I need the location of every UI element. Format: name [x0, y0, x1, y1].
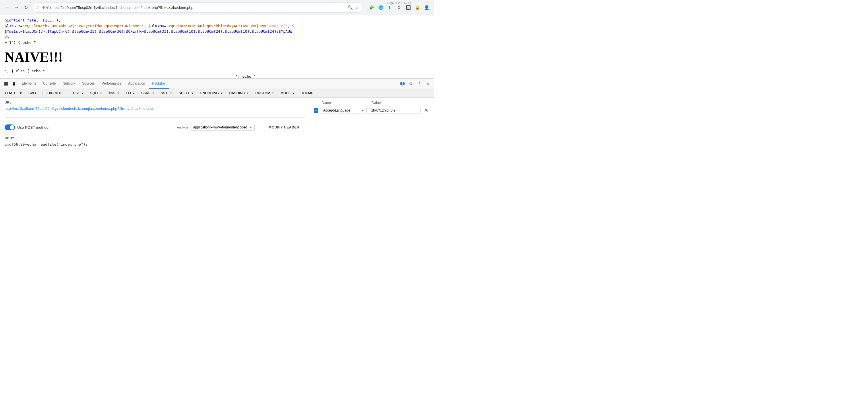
- notification-badge: 1: [400, 82, 405, 86]
- tab-network[interactable]: Network: [59, 78, 79, 89]
- code-line-2: $lJbGIY="eQOLlCmTYhVJUnRAobPSvjrFzWZycHX…: [5, 23, 429, 29]
- code-line-5: = 14) { echo ": [5, 40, 429, 45]
- devtools-settings-button[interactable]: ⚙: [407, 80, 414, 88]
- enctype-select[interactable]: application/x-www-form-urlencoded multip…: [191, 124, 255, 131]
- hackbar-custom-button[interactable]: CUSTOM ▼: [253, 90, 277, 96]
- hackbar-execute-button[interactable]: EXECUTE: [43, 90, 66, 96]
- header-name-select[interactable]: Accept-Language: [321, 107, 367, 114]
- hackbar-mode-button[interactable]: MODE ▼: [278, 90, 298, 96]
- tab-elements[interactable]: Elements: [19, 78, 40, 89]
- toolbar-icon-1[interactable]: 🌐: [377, 3, 384, 11]
- enctype-select-wrapper: application/x-www-form-urlencoded multip…: [191, 124, 255, 131]
- toolbar-icons: 🧩 🌐 ⬇ ⚙ 🔲 🔒 👤: [367, 3, 431, 11]
- tab-performance[interactable]: Performance: [98, 78, 125, 89]
- profile-button[interactable]: 👤: [423, 3, 431, 11]
- hackbar-test-button[interactable]: TEST ▼: [68, 90, 87, 96]
- toolbar-icon-4[interactable]: 🔲: [404, 3, 412, 11]
- naive-heading: NAIVE!!!: [5, 49, 429, 65]
- header-data-row: Accept-Language ▼ ✕: [314, 107, 429, 114]
- web-content: highlight_file(__FILE__); $lJbGIY="eQOLl…: [0, 15, 434, 78]
- header-checkbox[interactable]: [314, 108, 318, 113]
- header-value-input[interactable]: [369, 107, 421, 114]
- post-method-toggle[interactable]: [5, 125, 15, 130]
- code-text-3: $YwzIst=$lapUCm{3}.$lapUCm{6}.$lapUCm{33…: [5, 29, 292, 34]
- not-secure-text: 不安全: [42, 5, 52, 10]
- devtools-more-button[interactable]: ⋮: [415, 80, 423, 88]
- tab-sources[interactable]: Sources: [79, 78, 98, 89]
- search-icon: 🔍: [348, 5, 353, 10]
- hackbar-encoding-button[interactable]: ENCODING ▼: [197, 90, 226, 96]
- toolbar-icon-3[interactable]: ⚙: [395, 3, 403, 11]
- mode-caret: ▼: [292, 92, 295, 95]
- hackbar-shell-button[interactable]: SHELL ▼: [176, 90, 197, 96]
- hackbar-toolbar: LOAD ▼ SPLIT EXECUTE TEST ▼ SQLI ▼ XSS ▼…: [0, 89, 434, 98]
- bookmark-icon[interactable]: ☆: [355, 5, 359, 10]
- post-method-toggle-container: Use POST method: [5, 125, 49, 130]
- body-label: Body: [5, 136, 304, 140]
- shell-caret: ▼: [191, 92, 194, 95]
- toolbar-icon-2[interactable]: ⬇: [386, 3, 394, 11]
- code-text-7: "; echo ": [236, 74, 256, 78]
- ssrf-caret: ▼: [152, 92, 154, 95]
- nav-buttons: ← → ↻: [3, 3, 30, 11]
- code-line-7: "; echo ": [5, 74, 429, 78]
- devtools-close-button[interactable]: ✕: [424, 80, 432, 88]
- tab-application[interactable]: Application: [125, 78, 149, 89]
- tab-console[interactable]: Console: [40, 78, 59, 89]
- hackbar-right-section: Name Value Accept-Language ▼ ✕: [309, 101, 429, 173]
- hackbar-divider-2: [42, 91, 42, 96]
- hackbar-lfi-button[interactable]: LFI ▼: [123, 90, 138, 96]
- title-bar: ← → ↻ ⚠ 不安全 eci-2ze9aum75osp02m1yvii.clo…: [0, 0, 434, 15]
- ssti-caret: ▼: [170, 92, 173, 95]
- header-labels-row: Name Value: [314, 101, 429, 105]
- back-button[interactable]: ←: [3, 3, 11, 11]
- hackbar-load-dropdown[interactable]: ▼: [19, 90, 23, 96]
- header-name-col-label: Name: [322, 101, 333, 105]
- extensions-button[interactable]: 🧩: [367, 3, 375, 11]
- enctype-group: enctype application/x-www-form-urlencode…: [177, 124, 255, 131]
- hackbar-theme-button[interactable]: THEME: [298, 90, 316, 96]
- tab-hackbar[interactable]: HackBar: [149, 78, 169, 89]
- browser-chrome: ← → ↻ ⚠ 不安全 eci-2ze9aum75osp02m1yvii.clo…: [0, 0, 434, 15]
- code-line-3: $YwzIst=$lapUCm{3}.$lapUCm{6}.$lapUCm{33…: [5, 29, 429, 34]
- hashing-caret: ▼: [247, 92, 249, 95]
- address-bar[interactable]: ⚠ 不安全 eci-2ze9aum75osp02m1yvii.cloudeci1…: [32, 2, 363, 12]
- code-line-4: ?>: [5, 34, 429, 40]
- test-caret: ▼: [81, 92, 84, 95]
- forward-button[interactable]: →: [12, 3, 21, 11]
- hackbar-ssti-button[interactable]: SSTI ▼: [158, 90, 175, 96]
- code-line-6: "; } else { echo ": [5, 68, 429, 74]
- hackbar-ssrf-button[interactable]: SSRF ▼: [138, 90, 157, 96]
- warning-icon: ⚠: [36, 5, 40, 10]
- hackbar-load-button[interactable]: LOAD: [2, 90, 18, 96]
- code-text-1a: highlight_file(__FILE__);: [5, 18, 61, 22]
- encoding-caret: ▼: [220, 92, 223, 95]
- code-text-6: "; } else { echo ": [5, 69, 45, 73]
- devtools-tabbar: ⬛ 📱 Elements Console Network Sources Per…: [0, 78, 434, 89]
- hackbar-hashing-button[interactable]: HASHING ▼: [226, 90, 252, 96]
- devtools-icon-inspect[interactable]: ⬛: [2, 80, 9, 87]
- code-text-2f: "; $: [285, 24, 294, 28]
- header-value-col-label: Value: [372, 101, 384, 105]
- devtools-tab-actions: 1 ⚙ ⋮ ✕: [400, 80, 432, 88]
- hackbar-xss-button[interactable]: XSS ▼: [105, 90, 122, 96]
- refresh-button[interactable]: ↻: [22, 3, 30, 11]
- custom-caret: ▼: [272, 92, 274, 95]
- post-method-row: Use POST method enctype application/x-ww…: [5, 123, 304, 132]
- hackbar-split-button[interactable]: SPLIT: [26, 90, 41, 96]
- modify-header-button[interactable]: MODIFY HEADER: [264, 123, 304, 132]
- url-input[interactable]: [5, 105, 304, 112]
- header-close-button[interactable]: ✕: [423, 107, 429, 113]
- code-line-1: highlight_file(__FILE__);: [5, 18, 429, 23]
- toolbar-icon-5[interactable]: 🔒: [413, 3, 422, 11]
- dimensions-text: 1008px × 238.67px: [384, 1, 411, 5]
- code-text-2b: "eQOLlCmTYhVJUnRAobPSvjrFzWZycHXfdaukqGg…: [23, 24, 144, 28]
- address-text[interactable]: eci-2ze9aum75osp02m1yvii.cloudeci1.ichun…: [55, 5, 346, 10]
- devtools-panel: ⬛ 📱 Elements Console Network Sources Per…: [0, 78, 434, 176]
- xss-caret: ▼: [117, 92, 119, 95]
- body-input[interactable]: [5, 141, 304, 148]
- devtools-icon-device[interactable]: 📱: [10, 80, 17, 87]
- hackbar-sqli-button[interactable]: SQLI ▼: [87, 90, 105, 96]
- code-text-2d: "zqBZkOuwUaTKFXRfLgmvchbipYdNyAGsIWVEQnx…: [166, 24, 268, 28]
- post-method-label: Use POST method: [17, 125, 49, 130]
